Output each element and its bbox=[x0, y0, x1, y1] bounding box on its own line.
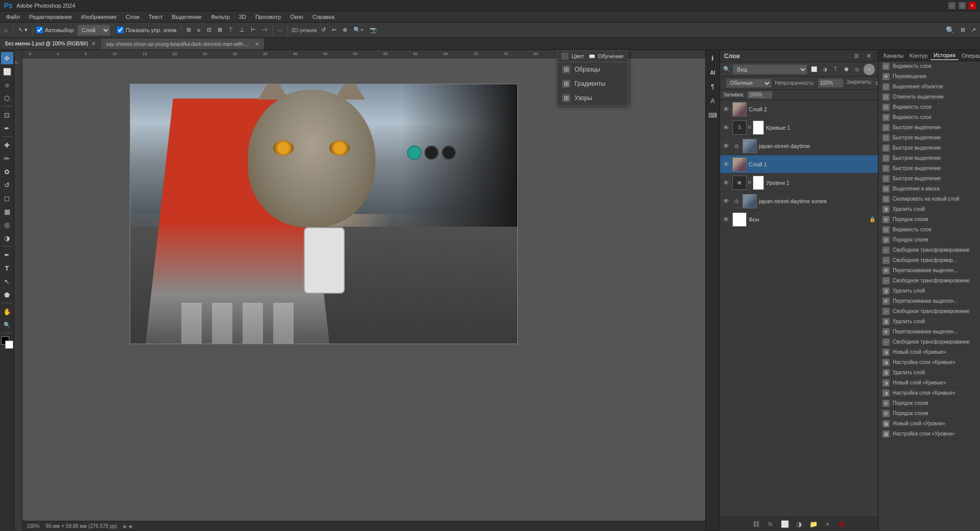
menu-3d[interactable]: 3D bbox=[235, 13, 250, 21]
align-top-btn[interactable]: ⊤ bbox=[226, 24, 235, 36]
layer-eye-japan1[interactable]: 👁 bbox=[722, 142, 730, 150]
history-item-16[interactable]: ⊞ Порядок слоев bbox=[878, 214, 980, 225]
history-item-36[interactable]: ▦ Новый слой «Уровни» bbox=[878, 419, 980, 429]
layer-eye-levels1[interactable]: 👁 bbox=[722, 179, 730, 187]
layer-item-1[interactable]: 👁 Слой 1 bbox=[720, 155, 878, 174]
history-item-28[interactable]: ↔ Свободное трансформирование bbox=[878, 337, 980, 347]
history-item-9[interactable]: ⬡ Быстрое выделение bbox=[878, 143, 980, 153]
undo-btn[interactable]: ↩ bbox=[330, 24, 339, 36]
history-item-4[interactable]: ⊡ Отменить выделение bbox=[878, 92, 980, 102]
ai-text-btn[interactable]: A bbox=[707, 95, 719, 107]
distribute-v-btn[interactable]: ⊣ bbox=[260, 24, 269, 36]
gradients-item[interactable]: ⊞ Градиенты bbox=[557, 77, 628, 91]
autoselect-checkbox[interactable] bbox=[36, 27, 43, 33]
search-btn[interactable]: 🔍 bbox=[944, 24, 957, 36]
layer-eye-japan-copy[interactable]: 👁 bbox=[722, 197, 730, 205]
layer-eye-bg[interactable]: 👁 bbox=[722, 215, 730, 224]
menu-help[interactable]: Справка bbox=[308, 13, 339, 21]
add-mask-btn[interactable]: ⬜ bbox=[780, 519, 790, 529]
layer-item-bg[interactable]: 👁 Фон 🔒 bbox=[720, 210, 878, 229]
history-item-1[interactable]: ⊡ Видимость слоя bbox=[878, 61, 980, 71]
history-item-27[interactable]: ✥ Перетаскивание выделен... bbox=[878, 327, 980, 337]
home-btn[interactable]: ⌂ bbox=[2, 24, 10, 36]
history-item-8[interactable]: ⬡ Быстрое выделение bbox=[878, 133, 980, 143]
menu-window[interactable]: Окно bbox=[286, 13, 307, 21]
history-item-31[interactable]: 🗑 Удалить слой bbox=[878, 368, 980, 378]
heal-tool[interactable]: ✚ bbox=[1, 139, 13, 151]
move-tool[interactable]: ✥ bbox=[1, 52, 13, 64]
history-item-19[interactable]: ↔ Свободное трансформирование bbox=[878, 245, 980, 255]
actions-tab[interactable]: Операц bbox=[959, 52, 980, 60]
brush-tool[interactable]: ✏ bbox=[1, 152, 13, 164]
gradient-tool[interactable]: ▦ bbox=[1, 205, 13, 218]
blur-tool[interactable]: ◎ bbox=[1, 219, 13, 231]
history-item-17[interactable]: ⊡ Видимость слоя bbox=[878, 225, 980, 235]
filter-type-btn[interactable]: T bbox=[831, 65, 840, 74]
tool-options-btn[interactable]: ↖ ▾ bbox=[16, 24, 30, 36]
add-adjustment-btn[interactable]: ◑ bbox=[794, 519, 804, 529]
menu-image[interactable]: Изображение bbox=[77, 13, 121, 21]
history-item-5[interactable]: ⊡ Видимость слоя bbox=[878, 102, 980, 112]
clone-tool[interactable]: ✿ bbox=[1, 165, 13, 178]
history-item-30[interactable]: ◑ Настройка слоя «Кривые» bbox=[878, 357, 980, 368]
ai-keyboard-btn[interactable]: ⌨ bbox=[707, 109, 719, 122]
patterns-item[interactable]: ⊞ Узоры bbox=[557, 91, 628, 105]
blend-mode-select[interactable]: Обычные Растворение Умножение bbox=[726, 79, 772, 88]
layer-item-2[interactable]: 👁 Слой 2 bbox=[720, 100, 878, 118]
autoselect-select[interactable]: Слой Группа bbox=[77, 25, 110, 36]
camera-btn[interactable]: 📷 bbox=[368, 24, 379, 36]
history-item-20[interactable]: ↔ Свободное трансформир... bbox=[878, 255, 980, 266]
history-item-6[interactable]: ⊡ Видимость слоя bbox=[878, 112, 980, 123]
layer-eye-curves1[interactable]: 👁 bbox=[722, 124, 730, 132]
workspace-btn[interactable]: ⊞ bbox=[959, 24, 967, 36]
lasso-tool[interactable]: ⌾ bbox=[1, 79, 13, 91]
bg-color[interactable] bbox=[5, 341, 13, 349]
select-rect-tool[interactable]: ⬜ bbox=[1, 65, 13, 78]
hand-tool[interactable]: ✋ bbox=[1, 305, 13, 318]
distribute-btn[interactable]: ⊠ bbox=[216, 24, 224, 36]
filter-smart-btn[interactable]: ◎ bbox=[852, 65, 862, 74]
history-item-33[interactable]: ◑ Настройка слоя «Кривые» bbox=[878, 388, 980, 398]
menu-file[interactable]: Файл bbox=[2, 13, 24, 21]
tab-jpg-close[interactable]: ✕ bbox=[255, 41, 259, 47]
add-group-btn[interactable]: 📁 bbox=[808, 519, 819, 529]
share-btn[interactable]: ↗ bbox=[969, 24, 978, 36]
history-item-11[interactable]: ⬡ Быстрое выделение bbox=[878, 163, 980, 174]
link-layers-btn[interactable]: ⛓ bbox=[751, 519, 761, 529]
align-middle-btn[interactable]: ⊥ bbox=[237, 24, 247, 36]
history-item-22[interactable]: ↔ Свободное трансформирование bbox=[878, 276, 980, 286]
opacity-input[interactable] bbox=[818, 79, 844, 88]
zoom-tool[interactable]: 🔍 bbox=[1, 319, 13, 331]
color-swatch[interactable] bbox=[1, 336, 13, 349]
filter-shape-btn[interactable]: ⬟ bbox=[842, 65, 851, 74]
ai-para-btn[interactable]: ¶ bbox=[707, 81, 719, 93]
layer-item-japan1[interactable]: 👁 ◎ japan-street-daytime bbox=[720, 137, 878, 155]
history-item-26[interactable]: 🗑 Удалить слой bbox=[878, 317, 980, 327]
menu-view[interactable]: Просмотр bbox=[251, 13, 285, 21]
history-item-2[interactable]: ✥ Перемещение bbox=[878, 71, 980, 82]
history-item-18[interactable]: ⊞ Порядок слоев bbox=[878, 235, 980, 245]
add-fx-btn[interactable]: fx bbox=[766, 519, 776, 529]
history-item-15[interactable]: 🗑 Удалить слой bbox=[878, 204, 980, 214]
shape-tool[interactable]: ⬟ bbox=[1, 288, 13, 301]
filter-toggle-btn[interactable]: ● bbox=[864, 64, 875, 75]
menu-filter[interactable]: Фильтр bbox=[207, 13, 234, 21]
path-select-tool[interactable]: ↖ bbox=[1, 275, 13, 287]
menu-edit[interactable]: Редактирование bbox=[25, 13, 76, 21]
dodge-tool[interactable]: ◑ bbox=[1, 232, 13, 244]
close-button[interactable]: ✕ bbox=[969, 2, 976, 9]
menu-layers[interactable]: Слои bbox=[122, 13, 144, 21]
history-item-12[interactable]: ⬡ Быстрое выделение bbox=[878, 174, 980, 184]
history-item-10[interactable]: ⬡ Быстрое выделение bbox=[878, 153, 980, 163]
history-item-3[interactable]: ⬡ Выделение объектов bbox=[878, 82, 980, 92]
filter-pixel-btn[interactable]: ⬜ bbox=[809, 65, 819, 74]
type-tool[interactable]: T bbox=[1, 262, 13, 274]
pen-tool[interactable]: ✒ bbox=[1, 249, 13, 261]
fill-input[interactable] bbox=[747, 91, 773, 99]
filter-type-select[interactable]: Вид Тип Имя bbox=[732, 64, 807, 75]
show-transform-checkbox[interactable] bbox=[117, 27, 124, 33]
history-item-14[interactable]: ⊡ Скопировать на новый слой bbox=[878, 194, 980, 204]
rotate-btn[interactable]: ↺ bbox=[319, 24, 328, 36]
history-item-25[interactable]: ↔ Свободное трансформирование bbox=[878, 306, 980, 317]
layer-item-japan-copy[interactable]: 👁 ◎ japan-street-daytime копия bbox=[720, 192, 878, 210]
